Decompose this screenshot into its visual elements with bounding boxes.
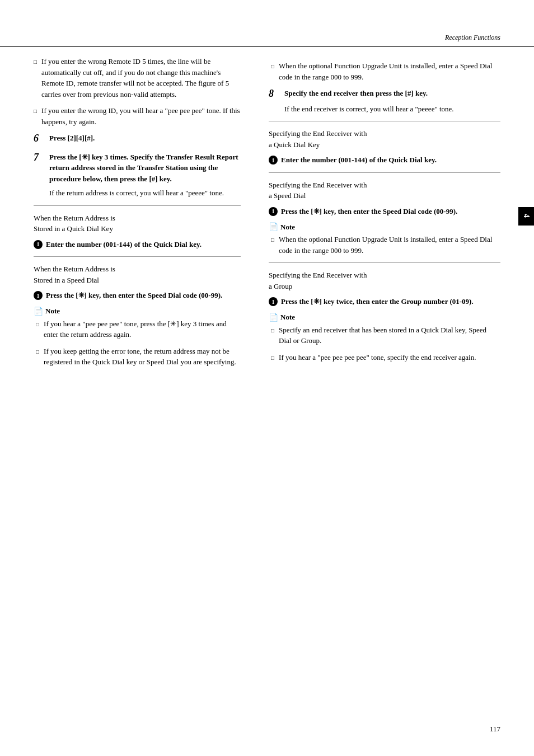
bullet-icon: □ (36, 348, 39, 368)
note-items: □ Specify an end receiver that has been … (269, 325, 500, 363)
subsection-return-quickdial-title: When the Return Address is Stored in a Q… (34, 213, 241, 234)
bullet-text: If you enter the wrong ID, you will hear… (41, 105, 241, 127)
substep-end-quickdial-1: 1 Enter the number (001-144) of the Quic… (269, 154, 500, 166)
note-label: 📄 Note (34, 307, 241, 316)
circle-num-icon: 1 (269, 207, 278, 216)
bullet-icon: □ (271, 326, 274, 346)
note-items: □ When the optional Function Upgrade Uni… (269, 60, 500, 82)
substep-end-group-text: Press the [✳] key twice, then enter the … (281, 296, 500, 307)
list-item: □ When the optional Function Upgrade Uni… (271, 60, 500, 82)
bullet-text: If you hear a "pee pee pee" tone, press … (44, 318, 241, 340)
note-label: 📄 Note (269, 313, 500, 322)
bullet-icon: □ (271, 236, 274, 256)
substep-end-speeddial-text: Press the [✳] key, then enter the Speed … (281, 206, 500, 217)
step-8-header: 8 Specify the end receiver then press th… (269, 88, 500, 100)
list-item: □ Specify an end receiver that has been … (271, 325, 500, 346)
bullet-icon: □ (36, 320, 39, 340)
step-7-body: If the return address is correct, you wi… (49, 187, 241, 199)
bullet-icon: □ (34, 107, 37, 127)
bullet-text: If you hear a "pee pee pee pee" tone, sp… (279, 352, 500, 363)
substep-return-quickdial-text: Enter the number (001-144) of the Quick … (46, 239, 241, 250)
circle-num-icon: 1 (269, 156, 278, 165)
substep-end-speeddial-1: 1 Press the [✳] key, then enter the Spee… (269, 206, 500, 217)
note-icon: 📄 (269, 222, 278, 232)
substep-return-speeddial-text: Press the [✳] key, then enter the Speed … (46, 290, 241, 301)
right-column: □ When the optional Function Upgrade Uni… (257, 56, 534, 373)
step-7-number: 7 (34, 152, 46, 185)
note-block-right-top: □ When the optional Function Upgrade Uni… (269, 60, 500, 82)
note-items: □ When the optional Function Upgrade Uni… (269, 234, 500, 256)
subsection-end-group-title: Specifying the End Receiver with a Group (269, 270, 500, 292)
note-block-right-group: 📄 Note □ Specify an end receiver that ha… (269, 313, 500, 363)
list-item: □ If you enter the wrong ID, you will he… (34, 105, 241, 127)
list-item: □ If you hear a "pee pee pee pee" tone, … (271, 352, 500, 363)
circle-num-icon: 1 (269, 297, 278, 306)
chapter-tab: 4 (518, 207, 534, 226)
divider (269, 121, 500, 121)
bullet-text: When the optional Function Upgrade Unit … (279, 234, 500, 256)
bullet-icon: □ (271, 354, 274, 363)
substep-end-quickdial-text: Enter the number (001-144) of the Quick … (281, 154, 500, 166)
header-title: Reception Functions (445, 34, 500, 42)
divider (269, 262, 500, 263)
list-item: □ When the optional Function Upgrade Uni… (271, 234, 500, 256)
subsection-end-speeddial-title: Specifying the End Receiver with a Speed… (269, 180, 500, 201)
note-icon: 📄 (34, 307, 43, 316)
bullet-text: If you keep getting the error tone, the … (44, 346, 241, 368)
step-8-block: 8 Specify the end receiver then press th… (269, 88, 500, 114)
note-block-right-speeddial: 📄 Note □ When the optional Function Upgr… (269, 222, 500, 256)
substep-return-speeddial-1: 1 Press the [✳] key, then enter the Spee… (34, 290, 241, 301)
note-icon: 📄 (269, 313, 278, 322)
divider (34, 205, 241, 206)
subsection-return-speeddial-title: When the Return Address is Stored in a S… (34, 264, 241, 285)
note-block-left-speeddial: 📄 Note □ If you hear a "pee pee pee" ton… (34, 307, 241, 368)
step-8-title: Specify the end receiver then press the … (284, 88, 500, 100)
note-label: 📄 Note (269, 222, 500, 232)
divider (269, 172, 500, 173)
step-8-number: 8 (269, 88, 281, 100)
divider (34, 256, 241, 257)
bullet-text: Specify an end receiver that has been st… (279, 325, 500, 346)
bullet-icon: □ (34, 58, 37, 100)
step-6-header: 6 Press [2][4][#]. (34, 133, 241, 145)
list-item: □ If you hear a "pee pee pee" tone, pres… (36, 318, 241, 340)
circle-num-icon: 1 (34, 240, 43, 249)
subsection-end-quickdial-title: Specifying the End Receiver with a Quick… (269, 128, 500, 150)
step-7-title: Press the [✳] key 3 times. Specify the T… (49, 152, 241, 185)
step-6-block: 6 Press [2][4][#]. (34, 133, 241, 145)
list-item: □ If you enter the wrong Remote ID 5 tim… (34, 56, 241, 100)
list-item: □ If you keep getting the error tone, th… (36, 346, 241, 368)
bullet-icon: □ (271, 62, 274, 82)
circle-num-icon: 1 (34, 291, 43, 300)
step-7-block: 7 Press the [✳] key 3 times. Specify the… (34, 152, 241, 199)
bullet-text: If you enter the wrong Remote ID 5 times… (41, 56, 241, 100)
step-6-title: Press [2][4][#]. (49, 133, 241, 145)
page-container: Reception Functions 4 □ If you enter the… (0, 0, 534, 756)
page-number: 117 (490, 725, 500, 734)
step-7-header: 7 Press the [✳] key 3 times. Specify the… (34, 152, 241, 185)
left-column: □ If you enter the wrong Remote ID 5 tim… (0, 56, 257, 373)
substep-end-group-1: 1 Press the [✳] key twice, then enter th… (269, 296, 500, 307)
substep-return-quickdial-1: 1 Enter the number (001-144) of the Quic… (34, 239, 241, 250)
step-8-body: If the end receiver is correct, you will… (284, 104, 500, 115)
bullet-text: When the optional Function Upgrade Unit … (279, 60, 500, 82)
note-items: □ If you hear a "pee pee pee" tone, pres… (34, 318, 241, 368)
content-area: □ If you enter the wrong Remote ID 5 tim… (0, 47, 534, 373)
page-header: Reception Functions (0, 34, 534, 47)
step-6-number: 6 (34, 133, 46, 145)
